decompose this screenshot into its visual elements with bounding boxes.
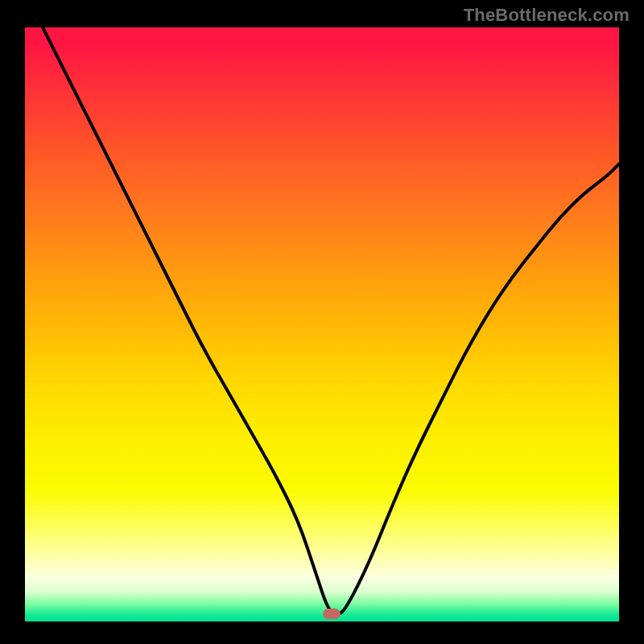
watermark-text: TheBottleneck.com	[464, 5, 630, 26]
bottleneck-curve	[25, 27, 619, 621]
optimum-marker	[323, 609, 341, 619]
curve-path	[43, 27, 619, 614]
chart-area	[25, 27, 619, 621]
